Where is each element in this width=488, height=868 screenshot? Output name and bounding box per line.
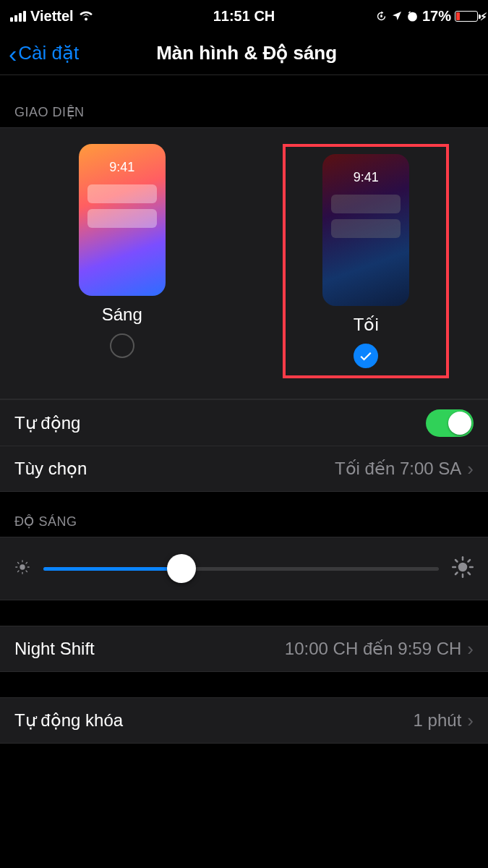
appearance-option-light[interactable]: 9:41 Sáng (39, 144, 205, 378)
appearance-picker: 9:41 Sáng 9:41 Tối (0, 127, 488, 399)
svg-rect-0 (380, 14, 382, 17)
appearance-option-dark[interactable]: 9:41 Tối (283, 144, 449, 378)
location-icon (391, 10, 403, 22)
row-options[interactable]: Tùy chọn Tối đến 7:00 SA › (0, 446, 488, 492)
options-detail: Tối đến 7:00 SA (335, 459, 461, 479)
section-header-brightness: ĐỘ SÁNG (0, 492, 488, 537)
battery-icon: ⚡︎ (455, 11, 478, 22)
brightness-high-icon (452, 556, 474, 581)
signal-icon (10, 11, 26, 22)
options-label: Tùy chọn (14, 459, 87, 479)
wifi-icon (78, 10, 94, 22)
svg-line-15 (455, 560, 458, 562)
svg-line-9 (26, 563, 27, 563)
svg-line-8 (18, 571, 19, 571)
brightness-low-icon (14, 559, 30, 578)
chevron-right-icon: › (467, 710, 474, 732)
chevron-right-icon: › (467, 638, 474, 660)
status-bar: Viettel 11:51 CH 17% ⚡︎ (0, 0, 488, 32)
automatic-label: Tự động (14, 413, 80, 433)
radio-checked-icon[interactable] (354, 344, 378, 368)
brightness-slider[interactable] (43, 567, 439, 571)
nav-bar: ‹ Cài đặt Màn hình & Độ sáng (0, 32, 488, 75)
svg-line-16 (468, 573, 471, 575)
row-night-shift[interactable]: Night Shift 10:00 CH đến 9:59 CH › (0, 626, 488, 672)
row-automatic[interactable]: Tự động (0, 399, 488, 446)
brightness-slider-row (0, 537, 488, 600)
svg-line-7 (26, 571, 27, 571)
row-auto-lock[interactable]: Tự động khóa 1 phút › (0, 697, 488, 744)
radio-unchecked-icon[interactable] (110, 333, 134, 358)
svg-point-10 (458, 563, 468, 572)
night-shift-label: Night Shift (14, 639, 95, 659)
svg-line-6 (18, 563, 19, 563)
clock-label: 11:51 CH (166, 8, 322, 25)
auto-lock-detail: 1 phút (414, 710, 462, 731)
auto-lock-label: Tự động khóa (14, 710, 123, 731)
appearance-light-label: Sáng (102, 305, 142, 325)
preview-light: 9:41 (79, 144, 166, 296)
battery-pct-label: 17% (422, 8, 451, 25)
night-shift-detail: 10:00 CH đến 9:59 CH (285, 639, 461, 659)
svg-point-1 (20, 564, 25, 569)
section-header-appearance: GIAO DIỆN (0, 75, 488, 127)
chevron-right-icon: › (467, 458, 474, 480)
carrier-label: Viettel (30, 8, 74, 25)
orientation-lock-icon (375, 10, 388, 22)
alarm-icon (406, 10, 419, 22)
page-title: Màn hình & Độ sáng (14, 42, 479, 64)
appearance-dark-label: Tối (354, 315, 379, 335)
svg-line-18 (468, 560, 471, 562)
automatic-toggle[interactable] (426, 409, 474, 437)
svg-line-17 (455, 573, 458, 575)
preview-dark: 9:41 (322, 154, 409, 306)
